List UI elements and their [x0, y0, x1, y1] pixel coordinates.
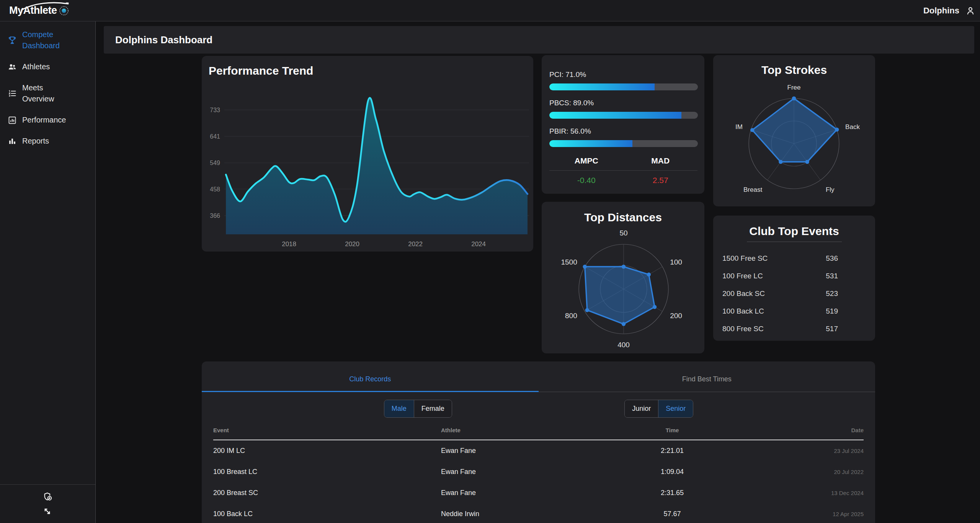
records-tabs: Club RecordsFind Best Times	[202, 361, 875, 392]
record-time: 2:31.65	[605, 489, 739, 497]
club-top-events-card: Club Top Events 1500 Free SC536100 Free …	[713, 216, 875, 341]
sidebar-item-meets-overview[interactable]: Meets Overview	[0, 79, 95, 108]
metric-header-mad: MAD	[624, 156, 698, 165]
performance-trend-card: Performance Trend 7336415494583662018202…	[202, 56, 533, 252]
expand-icon[interactable]	[43, 507, 54, 518]
stats-card: PCI: 71.0%PBCS: 89.0%PBIR: 56.0% AMPCMAD…	[542, 55, 704, 194]
radar-axis-label: Breast	[743, 186, 762, 193]
record-date: 13 Dec 2024	[739, 490, 864, 496]
sidebar-item-compete-dashboard[interactable]: Compete Dashboard	[0, 26, 95, 54]
toggle-option-male[interactable]: Male	[384, 400, 414, 417]
sidebar-item-reports[interactable]: Reports	[0, 132, 95, 150]
club-top-events-title: Club Top Events	[713, 225, 875, 238]
svg-text:2022: 2022	[408, 240, 423, 248]
gender-toggle-wrap: MaleFemale	[202, 400, 539, 418]
radar-polygon	[585, 267, 655, 324]
shield-user-icon[interactable]	[43, 492, 54, 502]
top-event-row: 100 Back LC519	[713, 302, 875, 320]
toggle-option-senior[interactable]: Senior	[658, 400, 693, 417]
metrics-divider	[549, 170, 697, 171]
radar-vertex	[805, 160, 809, 164]
svg-text:458: 458	[210, 186, 220, 193]
progress-label: PCI: 71.0%	[549, 70, 697, 79]
metrics: AMPCMAD -0.402.57	[549, 156, 697, 185]
top-event-count: 517	[826, 325, 838, 333]
svg-text:2024: 2024	[471, 240, 486, 248]
sidebar-item-label: Reports	[22, 136, 49, 147]
record-time: 57.67	[605, 510, 739, 518]
top-event-row: 1500 Free SC536	[713, 250, 875, 267]
user-account-icon[interactable]	[965, 6, 975, 16]
app-logo: MyAthlete	[9, 5, 69, 16]
chart-square-icon	[8, 116, 17, 125]
performance-trend-chart: 7336415494583662018202020222024	[202, 56, 533, 252]
sidebar-item-label: Athletes	[22, 61, 50, 72]
logo-text-athlete: Athlete	[23, 5, 57, 16]
progress-track	[549, 112, 698, 119]
record-time: 2:21.01	[605, 447, 739, 455]
page-title: Dolphins Dashboard	[115, 34, 212, 46]
age-toggle-wrap: JuniorSenior	[539, 400, 875, 418]
record-event: 200 IM LC	[213, 447, 441, 455]
radar-axis-label: Fly	[826, 186, 835, 193]
record-athlete: Ewan Fane	[441, 447, 605, 455]
stat-bars: PCI: 71.0%PBCS: 89.0%PBIR: 56.0%	[549, 70, 697, 147]
tab-find-best-times[interactable]: Find Best Times	[539, 361, 875, 392]
radar-vertex	[585, 308, 589, 312]
team-selector[interactable]: Dolphins	[923, 6, 959, 16]
svg-text:641: 641	[210, 133, 220, 140]
svg-text:2020: 2020	[345, 240, 359, 248]
toggle-option-female[interactable]: Female	[414, 400, 452, 417]
radar-axis-label: 1500	[561, 258, 577, 266]
record-row[interactable]: 200 Breast SCEwan Fane2:31.6513 Dec 2024	[213, 482, 864, 503]
record-row[interactable]: 200 IM LCEwan Fane2:21.0123 Jul 2024	[213, 440, 864, 461]
toggle-option-junior[interactable]: Junior	[625, 400, 658, 417]
age-toggle: JuniorSenior	[624, 400, 693, 418]
radar-axis-label: Free	[787, 84, 801, 91]
records-table: EventAthleteTimeDate 200 IM LCEwan Fane2…	[213, 427, 864, 523]
records-card: Club RecordsFind Best Times MaleFemale J…	[202, 361, 875, 523]
app-window: MyAthlete Dolphins	[0, 0, 980, 523]
records-table-header: EventAthleteTimeDate	[213, 427, 864, 440]
sidebar-footer	[0, 484, 95, 523]
tab-club-records[interactable]: Club Records	[202, 361, 539, 392]
radar-vertex	[750, 128, 754, 132]
sidebar: Compete DashboardAthletesMeets OverviewP…	[0, 21, 96, 523]
radar-axis-label: IM	[735, 123, 743, 131]
topbar-right: Dolphins	[923, 6, 975, 16]
sidebar-item-label: Compete Dashboard	[22, 29, 71, 51]
top-event-name: 800 Free SC	[722, 325, 764, 333]
top-strokes-card: Top Strokes FreeBackFlyBreastIM	[713, 55, 875, 206]
record-athlete: Neddie Irwin	[441, 510, 605, 518]
record-row[interactable]: 100 Breast LCEwan Fane1:09.0420 Jul 2022	[213, 461, 864, 482]
progress-fill	[549, 83, 655, 90]
radar-polygon	[752, 98, 837, 162]
top-bar: MyAthlete Dolphins	[0, 0, 980, 21]
top-event-count: 536	[826, 254, 838, 263]
svg-text:2018: 2018	[282, 240, 296, 248]
top-event-name: 100 Back LC	[722, 307, 764, 315]
record-date: 20 Jul 2022	[739, 469, 864, 475]
radar-axis-label: 50	[619, 229, 627, 237]
record-event: 100 Breast LC	[213, 468, 441, 476]
progress-block-pbcs: PBCS: 89.0%	[549, 99, 697, 119]
top-event-count: 531	[826, 272, 838, 280]
svg-text:549: 549	[210, 160, 220, 166]
record-athlete: Ewan Fane	[441, 489, 605, 497]
progress-label: PBCS: 89.0%	[549, 99, 697, 107]
progress-block-pbir: PBIR: 56.0%	[549, 127, 697, 147]
record-row[interactable]: 100 Back LCNeddie Irwin57.6712 Apr 2025	[213, 503, 864, 523]
top-distances-radar-chart: 501002004008001500	[542, 202, 704, 353]
bar-chart-icon	[8, 137, 17, 146]
sidebar-nav: Compete DashboardAthletesMeets OverviewP…	[0, 21, 95, 150]
trophy-icon	[8, 36, 17, 45]
metric-value-ampc: -0.40	[549, 176, 624, 185]
record-time: 1:09.04	[605, 468, 739, 476]
list-ordered-icon	[8, 89, 17, 98]
progress-block-pci: PCI: 71.0%	[549, 70, 697, 90]
svg-text:733: 733	[210, 107, 220, 113]
toggles-row: MaleFemale JuniorSenior	[202, 400, 875, 418]
sidebar-item-performance[interactable]: Performance	[0, 111, 95, 129]
logo-text-my: My	[9, 5, 23, 16]
sidebar-item-athletes[interactable]: Athletes	[0, 58, 95, 75]
